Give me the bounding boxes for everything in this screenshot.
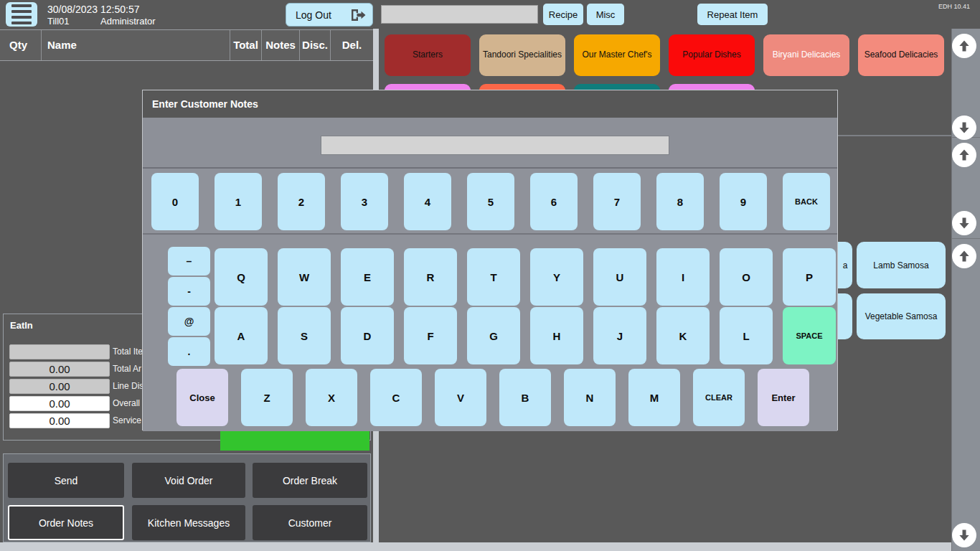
key-b[interactable]: B [499, 369, 551, 426]
menu-item-vegetable-samosa[interactable]: Vegetable Samosa [857, 293, 946, 339]
key-6[interactable]: 6 [530, 173, 578, 230]
search-input[interactable] [381, 5, 538, 24]
key-at[interactable]: @ [168, 307, 210, 336]
key-v[interactable]: V [435, 369, 486, 426]
key-1[interactable]: 1 [215, 173, 262, 230]
key-y[interactable]: Y [530, 248, 583, 306]
logout-label: Log Out [296, 9, 349, 21]
key-t[interactable]: T [467, 248, 520, 306]
customer-button[interactable]: Customer [253, 505, 367, 540]
menu-button[interactable] [6, 2, 37, 27]
version-label: EDH 10.41 [938, 3, 970, 10]
key-8[interactable]: 8 [656, 173, 704, 230]
category-button-starters[interactable]: Starters [385, 34, 471, 76]
key-2[interactable]: 2 [278, 173, 325, 230]
key-u[interactable]: U [593, 248, 646, 306]
category-row: Starters Tandoori Specialities Our Maste… [385, 34, 944, 76]
key-d[interactable]: D [341, 307, 394, 364]
void-order-button[interactable]: Void Order [132, 463, 245, 498]
key-k[interactable]: K [656, 307, 710, 364]
key-h[interactable]: H [530, 307, 583, 364]
repeat-item-button[interactable]: Repeat Item [697, 4, 768, 25]
key-3[interactable]: 3 [341, 173, 388, 230]
hamburger-icon [11, 4, 32, 7]
service-value: 0.00 [9, 413, 110, 428]
close-button[interactable]: Close [176, 369, 228, 426]
order-actions-panel: Send Void Order Order Break Order Notes … [3, 453, 371, 542]
order-type-label: EatIn [10, 320, 33, 331]
logout-icon [349, 6, 367, 24]
key-5[interactable]: 5 [467, 173, 514, 230]
scroll-down-button-list[interactable] [952, 523, 976, 547]
misc-button[interactable]: Misc [587, 4, 624, 25]
customer-notes-input[interactable] [321, 136, 669, 155]
arrow-down-icon [957, 121, 971, 135]
key-i[interactable]: I [656, 248, 710, 306]
scroll-strip [951, 29, 980, 551]
key-r[interactable]: R [404, 248, 457, 306]
send-button[interactable]: Send [8, 463, 124, 498]
key-p[interactable]: P [783, 248, 836, 306]
key-s[interactable]: S [278, 307, 331, 364]
enter-button[interactable]: Enter [758, 369, 809, 426]
key-hyphen[interactable]: - [168, 277, 210, 306]
logout-button[interactable]: Log Out [286, 3, 373, 27]
scroll-down-button-items[interactable] [952, 211, 976, 235]
key-f[interactable]: F [404, 307, 457, 364]
category-button-popular-dishes[interactable]: Popular Dishes [669, 34, 755, 76]
key-n[interactable]: N [564, 369, 616, 426]
key-o[interactable]: O [720, 248, 773, 306]
kitchen-messages-button[interactable]: Kitchen Messages [132, 505, 245, 540]
key-m[interactable]: M [628, 369, 680, 426]
key-w[interactable]: W [278, 248, 331, 306]
overall-value: 0.00 [9, 396, 110, 411]
total-items-value [9, 344, 110, 359]
arrow-up-icon [957, 249, 971, 263]
keyboard-number-row: 0 1 2 3 4 5 6 7 8 9 BACK [151, 173, 830, 230]
menu-item-partial-bottom[interactable] [838, 293, 852, 339]
key-a[interactable]: A [215, 307, 268, 364]
key-7[interactable]: 7 [593, 173, 641, 230]
category-button-biryani-delicacies[interactable]: Biryani Delicacies [763, 34, 849, 76]
key-space[interactable]: SPACE [783, 307, 836, 364]
scroll-down-button-categories[interactable] [952, 116, 976, 140]
key-x[interactable]: X [306, 369, 357, 426]
line-discount-value: 0.00 [9, 379, 110, 394]
green-status-bar[interactable] [220, 431, 369, 451]
key-period[interactable]: . [168, 337, 210, 366]
order-notes-button[interactable]: Order Notes [8, 505, 124, 540]
top-bar: 30/08/2023 12:50:57 Till01 Administrator… [0, 0, 980, 29]
key-endash[interactable]: – [168, 247, 210, 276]
key-backspace[interactable]: BACK [783, 173, 830, 230]
key-4[interactable]: 4 [404, 173, 451, 230]
key-q[interactable]: Q [215, 248, 268, 306]
key-9[interactable]: 9 [720, 173, 767, 230]
key-0[interactable]: 0 [151, 173, 199, 230]
key-c[interactable]: C [370, 369, 422, 426]
order-break-button[interactable]: Order Break [253, 463, 367, 498]
category-button-our-master-chefs[interactable]: Our Master Chef's [574, 34, 660, 76]
key-l[interactable]: L [720, 307, 773, 364]
recipe-button[interactable]: Recipe [543, 4, 583, 25]
category-button-seafood-delicacies[interactable]: Seafood Delicacies [858, 34, 944, 76]
category-button-tandoori-specialities[interactable]: Tandoori Specialities [479, 34, 565, 76]
key-e[interactable]: E [341, 248, 394, 306]
key-g[interactable]: G [467, 307, 520, 364]
clear-button[interactable]: CLEAR [693, 369, 745, 426]
total-items-label: Total Ite [113, 347, 143, 357]
column-disc: Disc. [299, 30, 330, 60]
column-total: Total [230, 30, 261, 60]
scroll-up-button-categories[interactable] [952, 34, 976, 58]
service-label: Service [113, 415, 141, 425]
scroll-up-button-list[interactable] [952, 244, 976, 268]
pos-screen: 30/08/2023 12:50:57 Till01 Administrator… [0, 0, 980, 551]
total-amount-label: Total Ar [113, 364, 141, 374]
key-j[interactable]: J [593, 307, 646, 364]
column-name: Name [41, 30, 230, 60]
menu-item-lamb-samosa[interactable]: Lamb Samosa [857, 242, 946, 288]
column-del: Del. [330, 30, 373, 60]
scroll-up-button-items[interactable] [952, 143, 976, 167]
key-z[interactable]: Z [241, 369, 293, 426]
menu-item-partial-top[interactable]: a [838, 242, 852, 288]
arrow-up-icon [957, 148, 971, 162]
